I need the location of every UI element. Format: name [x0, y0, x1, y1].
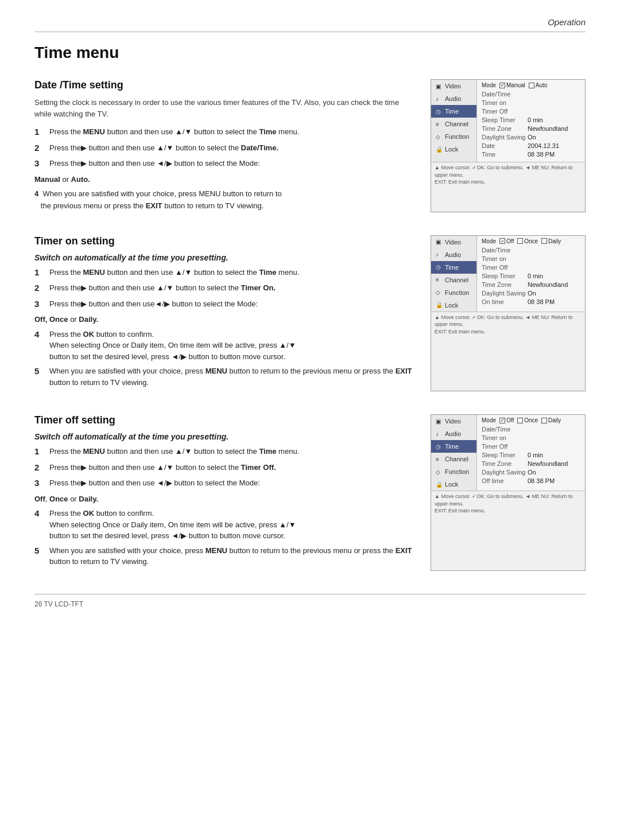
time-icon-1: ◷ [436, 108, 443, 115]
audio-icon-3: ♪ [436, 431, 443, 437]
tv-sidebar-function-2[interactable]: ◇ Function [431, 286, 476, 299]
tv-sidebar-video-2[interactable]: ▣ Video [431, 236, 476, 248]
step-2-5: 5 When you are satisfied with your choic… [34, 365, 413, 388]
tv-sidebar-2: ▣ Video ♪ Audio ◷ Time ≡ [431, 236, 477, 312]
bold-note-2: Off, Once or Daily. [34, 314, 413, 325]
tv-sidebar-video-1[interactable]: ▣ Video [431, 80, 476, 92]
step-2-3: 3 Press the▶ button and then use◄/▶ butt… [34, 298, 413, 311]
channel-icon-3: ≡ [436, 456, 443, 462]
bold-note-1: Manual or Auto. [34, 174, 413, 185]
video-icon-2: ▣ [436, 239, 443, 245]
function-icon-3: ◇ [436, 469, 443, 475]
step-1-1: 1 Press the MENU button and then use ▲/▼… [34, 126, 413, 139]
tv-sidebar-audio-3[interactable]: ♪ Audio [431, 427, 476, 440]
tv-row-sleep-2: Sleep Timer 0 min [482, 273, 580, 279]
tv-row-offtime-3: Off time 08 38 PM [482, 477, 580, 484]
section-timer-off-content: Timer off setting Switch off automatical… [34, 414, 413, 571]
channel-icon-2: ≡ [436, 277, 443, 283]
lock-icon-3: 🔒 [436, 481, 443, 488]
tv-sidebar-time-2[interactable]: ◷ Time [431, 261, 476, 274]
tv-mode-row-2: Mode ✓Off Once Daily [482, 238, 580, 244]
section-date-time: Date /Time setting Setting the clock is … [34, 79, 586, 212]
step-2-1: 1 Press the MENU button and then use ▲/▼… [34, 267, 413, 279]
tv-sidebar-function-3[interactable]: ◇ Function [431, 465, 476, 478]
function-icon-2: ◇ [436, 289, 443, 295]
tv-sidebar-audio-2[interactable]: ♪ Audio [431, 248, 476, 261]
tv-sidebar-channel-2[interactable]: ≡ Channel [431, 274, 476, 286]
tv-row-daylight-3: Daylight Saving On [482, 469, 580, 476]
steps-list-2: 1 Press the MENU button and then use ▲/▼… [34, 267, 413, 311]
tv-row-timezone-3: Time Zone Newfoundland [482, 460, 580, 467]
section-timer-off: Timer off setting Switch off automatical… [34, 414, 586, 571]
tv-sidebar-channel-1[interactable]: ≡ Channel [431, 118, 476, 130]
audio-icon-2: ♪ [436, 251, 443, 258]
tv-footer-2: ▲ Move cursor. ✓OK: Go to submenu. ◄ ME … [431, 312, 585, 337]
page-title: Time menu [34, 44, 586, 62]
section-timer-on-title: Timer on setting [34, 235, 413, 247]
tv-row-datetime-3: Date/Time [482, 426, 580, 433]
tv-row-ontime-2: On time 08 38 PM [482, 298, 580, 305]
tv-row-timezone-2: Time Zone Newfoundland [482, 281, 580, 288]
tv-row-timeroff-1: Timer Off [482, 108, 580, 115]
header-bar: Operation [34, 17, 586, 32]
steps-list-3: 1 Press the MENU button and then use ▲/▼… [34, 446, 413, 490]
tv-menu-1: ▣ Video ♪ Audio ◷ Time ≡ [431, 79, 586, 212]
tv-mode-row-1: Mode ✓Manual Auto [482, 82, 580, 88]
step-3-3: 3 Press the▶ button and then use ◄/▶ but… [34, 477, 413, 490]
time-icon-2: ◷ [436, 264, 443, 270]
tv-menu-3: ▣ Video ♪ Audio ◷ Time ≡ [431, 414, 586, 571]
tv-sidebar-audio-1[interactable]: ♪ Audio [431, 92, 476, 105]
lock-icon-2: 🔒 [436, 302, 443, 308]
step-3-2: 2 Press the▶ button and then use ▲/▼ but… [34, 462, 413, 475]
step-3-4: 4 Press the OK button to confirm. When s… [34, 508, 413, 542]
step-1-2: 2 Press the▶ button and then use ▲/▼ but… [34, 142, 413, 155]
page-footer: 26 TV LCD-TFT [34, 594, 586, 608]
tv-row-timeroff-3: Timer Off [482, 443, 580, 450]
tv-row-daylight-2: Daylight Saving On [482, 290, 580, 297]
page-container: Operation Time menu Date /Time setting S… [0, 0, 620, 643]
section-timer-off-title: Timer off setting [34, 414, 413, 426]
tv-row-timeron-1: Timer on [482, 99, 580, 106]
tv-row-datetime-1: Date/Time [482, 91, 580, 98]
tv-sidebar-video-3[interactable]: ▣ Video [431, 415, 476, 427]
tv-main-panel-3: Mode ✓Off Once Daily Date/Time Timer on [477, 415, 585, 491]
tv-row-timezone-1: Time Zone Newfoundland [482, 125, 580, 132]
tv-row-daylight-1: Daylight Saving On [482, 134, 580, 141]
footer-label: 26 TV LCD-TFT [34, 600, 83, 608]
tv-sidebar-lock-2[interactable]: 🔒 Lock [431, 299, 476, 312]
tv-row-time-1: Time 08 38 PM [482, 151, 580, 158]
tv-sidebar-time-1[interactable]: ◷ Time [431, 105, 476, 118]
channel-icon-1: ≡ [436, 121, 443, 127]
tv-sidebar-1: ▣ Video ♪ Audio ◷ Time ≡ [431, 80, 477, 162]
bold-note-3: Off, Once or Daily. [34, 493, 413, 505]
tv-sidebar-time-3[interactable]: ◷ Time [431, 440, 476, 453]
section-date-time-desc: Setting the clock is necessary in order … [34, 97, 413, 119]
tv-row-datetime-2: Date/Time [482, 247, 580, 254]
tv-footer-3: ▲ Move cursor. ✓OK: Go to submenu. ◄ ME … [431, 491, 585, 516]
tv-menu-2: ▣ Video ♪ Audio ◷ Time ≡ [431, 235, 586, 392]
step-2-2: 2 Press the▶ button and then use ▲/▼ but… [34, 282, 413, 295]
tv-menu-body-1: ▣ Video ♪ Audio ◷ Time ≡ [431, 80, 585, 162]
lock-icon-1: 🔒 [436, 146, 443, 153]
tv-main-panel-1: Mode ✓Manual Auto Date/Time Timer on Tim… [477, 80, 585, 162]
tv-menu-body-2: ▣ Video ♪ Audio ◷ Time ≡ [431, 236, 585, 312]
tv-sidebar-3: ▣ Video ♪ Audio ◷ Time ≡ [431, 415, 477, 491]
function-icon-1: ◇ [436, 134, 443, 140]
steps-list-1: 1 Press the MENU button and then use ▲/▼… [34, 126, 413, 170]
tv-sidebar-channel-3[interactable]: ≡ Channel [431, 453, 476, 465]
section-timer-on: Timer on setting Switch on automatically… [34, 235, 586, 392]
tv-mode-row-3: Mode ✓Off Once Daily [482, 417, 580, 423]
tv-row-timeroff-2: Timer Off [482, 264, 580, 271]
tv-sidebar-function-1[interactable]: ◇ Function [431, 130, 476, 143]
video-icon-1: ▣ [436, 83, 443, 90]
tv-sidebar-lock-3[interactable]: 🔒 Lock [431, 478, 476, 491]
tv-footer-1: ▲ Move cursor. ✓OK: Go to submenu. ◄ ME … [431, 162, 585, 188]
tv-row-timeron-2: Timer on [482, 255, 580, 262]
step-1-3: 3 Press the▶ button and then use ◄/▶ but… [34, 158, 413, 170]
tv-row-timeron-3: Timer on [482, 434, 580, 441]
tv-sidebar-lock-1[interactable]: 🔒 Lock [431, 143, 476, 155]
step-3-1: 1 Press the MENU button and then use ▲/▼… [34, 446, 413, 458]
section-date-time-title: Date /Time setting [34, 79, 413, 91]
section-timer-on-subtitle: Switch on automatically at the time you … [34, 253, 413, 262]
header-title: Operation [548, 17, 586, 27]
